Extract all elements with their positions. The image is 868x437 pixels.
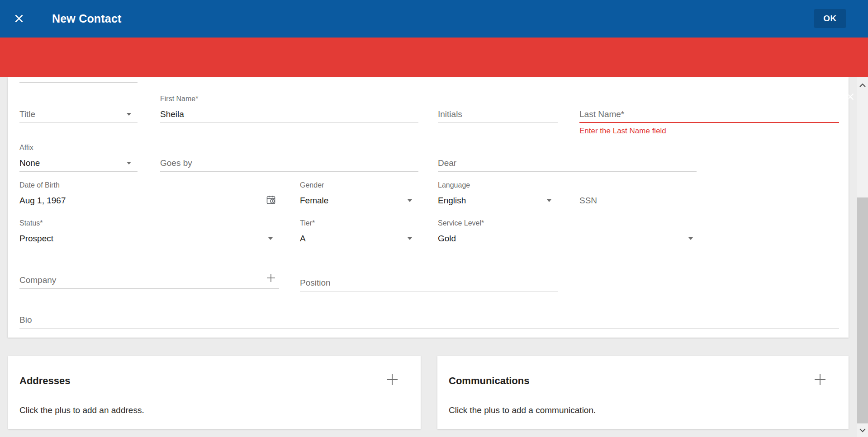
field-underline — [438, 122, 558, 123]
contact-form-panel: Title First Name* Sheila Initials Last N… — [8, 77, 849, 338]
dropdown-arrow-icon — [127, 113, 131, 116]
tier-select[interactable]: Tier* A — [300, 219, 418, 247]
dropdown-arrow-icon — [127, 162, 131, 164]
company-field[interactable]: Company — [19, 261, 279, 289]
initials-placeholder: Initials — [438, 109, 462, 119]
dropdown-arrow-icon — [408, 199, 412, 202]
tier-value: A — [300, 234, 306, 244]
field-underline — [438, 247, 699, 247]
vertical-scrollbar[interactable] — [857, 77, 868, 437]
field-underline — [19, 247, 279, 247]
chevron-up-icon — [859, 83, 866, 87]
new-contact-dialog: New Contact OK Please correct the data T… — [0, 0, 868, 437]
dropdown-arrow-icon — [408, 237, 412, 240]
field-underline — [19, 122, 138, 123]
date-of-birth-label: Date of Birth — [19, 181, 60, 189]
error-banner: Please correct the data — [0, 38, 868, 77]
bio-placeholder: Bio — [19, 315, 32, 325]
gender-select[interactable]: Gender Female — [300, 181, 418, 209]
addresses-hint: Click the plus to add an address. — [19, 405, 144, 415]
ok-button[interactable]: OK — [814, 9, 846, 28]
dear-placeholder: Dear — [438, 158, 456, 168]
gender-label: Gender — [300, 181, 324, 189]
language-select[interactable]: Language English — [438, 181, 558, 209]
last-name-label: Last Name* — [579, 109, 624, 119]
addresses-card: Addresses Click the plus to add an addre… — [8, 356, 421, 429]
plus-icon — [385, 373, 399, 386]
field-underline — [438, 209, 558, 209]
language-label: Language — [438, 181, 470, 189]
bio-field[interactable]: Bio — [19, 301, 839, 329]
position-field[interactable]: Position — [300, 263, 558, 291]
scrollbar-thumb[interactable] — [857, 197, 868, 423]
field-underline — [300, 247, 418, 247]
field-underline — [579, 209, 839, 209]
communications-title: Communications — [449, 375, 529, 387]
scroll-up-button[interactable] — [857, 79, 868, 91]
service-level-select[interactable]: Service Level* Gold — [438, 219, 699, 247]
position-placeholder: Position — [300, 278, 331, 288]
gender-value: Female — [300, 196, 328, 206]
calendar-clock-icon — [266, 194, 276, 205]
ok-button-label: OK — [823, 14, 837, 23]
field-underline — [19, 209, 279, 209]
dialog-title: New Contact — [52, 12, 122, 25]
first-name-label: First Name* — [160, 95, 198, 103]
date-picker-button[interactable] — [266, 194, 276, 205]
first-name-value: Sheila — [160, 109, 184, 119]
service-level-value: Gold — [438, 234, 456, 244]
field-underline — [438, 171, 697, 172]
close-icon — [13, 13, 25, 24]
field-underline — [19, 171, 138, 172]
field-underline — [160, 171, 418, 172]
add-address-button[interactable] — [385, 373, 399, 386]
addresses-title: Addresses — [19, 375, 71, 387]
scroll-down-button[interactable] — [857, 424, 868, 436]
tier-label: Tier* — [300, 219, 315, 227]
dropdown-arrow-icon — [547, 199, 551, 202]
language-value: English — [438, 196, 466, 206]
field-underline — [19, 328, 839, 329]
dear-field[interactable]: Dear — [438, 144, 697, 172]
last-name-error-text: Enter the Last Name field — [579, 127, 666, 136]
goes-by-placeholder: Goes by — [160, 158, 192, 168]
last-name-field[interactable]: Last Name* Enter the Last Name field — [579, 95, 839, 123]
close-dialog-button[interactable] — [13, 13, 25, 24]
title-select[interactable]: Title — [19, 95, 138, 123]
communications-card: Communications Click the plus to add a c… — [437, 356, 849, 429]
initials-field[interactable]: Initials — [438, 95, 558, 123]
company-placeholder: Company — [19, 275, 56, 285]
service-level-label: Service Level* — [438, 219, 484, 227]
status-value: Prospect — [19, 234, 53, 244]
communications-hint: Click the plus to add a communication. — [449, 405, 596, 415]
status-select[interactable]: Status* Prospect — [19, 219, 279, 247]
plus-icon — [813, 373, 827, 386]
dropdown-arrow-icon — [268, 237, 273, 240]
date-of-birth-field[interactable]: Date of Birth Aug 1, 1967 — [19, 181, 279, 209]
add-communication-button[interactable] — [813, 373, 827, 386]
field-underline — [300, 209, 418, 209]
field-underline — [160, 122, 418, 123]
date-of-birth-value: Aug 1, 1967 — [19, 196, 66, 206]
title-placeholder: Title — [19, 109, 35, 119]
affix-value: None — [19, 158, 40, 168]
affix-select[interactable]: Affix None — [19, 144, 138, 172]
first-name-field[interactable]: First Name* Sheila — [160, 95, 418, 123]
dropdown-arrow-icon — [688, 237, 693, 240]
status-label: Status* — [19, 219, 43, 227]
add-company-button[interactable] — [266, 273, 276, 283]
ssn-field[interactable]: SSN — [579, 181, 839, 209]
dialog-header: New Contact OK — [0, 0, 868, 38]
field-underline — [300, 291, 558, 291]
affix-label: Affix — [19, 144, 33, 152]
goes-by-field[interactable]: Goes by — [160, 144, 418, 172]
chevron-down-icon — [859, 428, 866, 432]
clipped-field-underline — [19, 82, 138, 83]
ssn-placeholder: SSN — [579, 196, 597, 206]
field-underline — [19, 288, 279, 289]
plus-icon — [266, 273, 276, 283]
field-underline-error — [579, 122, 839, 123]
